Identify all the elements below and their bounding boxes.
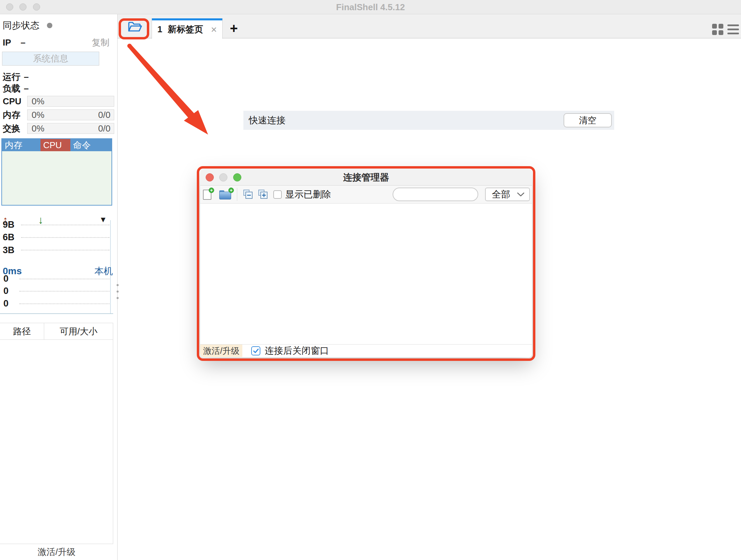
memory-usage-meter: 0% 0/0 bbox=[27, 109, 114, 120]
search-field bbox=[393, 188, 478, 201]
uptime-value: – bbox=[24, 72, 29, 82]
quick-connect-title: 快速连接 bbox=[249, 111, 286, 130]
connection-list-area bbox=[200, 204, 532, 344]
graph-gridline bbox=[21, 225, 109, 225]
tab-close-icon[interactable]: × bbox=[211, 24, 217, 35]
new-tab-button[interactable]: + bbox=[225, 18, 243, 38]
net-graph-tick: 3B bbox=[3, 245, 15, 256]
network-graph-toolbar: ↑ ↓ ▼ bbox=[0, 214, 113, 225]
cpu-row: CPU 0% bbox=[3, 96, 115, 107]
disk-table-header: 路径 可用/大小 bbox=[0, 323, 113, 340]
filter-dropdown[interactable]: 全部 bbox=[485, 188, 530, 201]
swap-usage-meter: 0% 0/0 bbox=[27, 123, 114, 134]
show-deleted-label: 显示已删除 bbox=[285, 188, 331, 200]
process-col-cpu[interactable]: CPU bbox=[40, 139, 70, 151]
swap-percent: 0% bbox=[32, 123, 45, 134]
expand-all-button[interactable] bbox=[258, 190, 268, 199]
collapse-icon bbox=[243, 190, 253, 199]
dialog-zoom-button[interactable] bbox=[233, 173, 241, 181]
show-deleted-checkbox[interactable] bbox=[273, 190, 282, 199]
dialog-titlebar: 连接管理器 bbox=[200, 169, 532, 186]
memory-percent: 0% bbox=[32, 110, 45, 120]
ip-label: IP bbox=[3, 37, 11, 48]
dialog-title: 连接管理器 bbox=[200, 169, 532, 186]
new-folder-button[interactable]: + bbox=[219, 188, 233, 200]
cpu-label: CPU bbox=[3, 96, 24, 107]
layout-grid-icon[interactable] bbox=[712, 24, 723, 35]
ping-host-selector[interactable]: 本机 bbox=[94, 265, 113, 277]
close-after-connect-checkbox[interactable] bbox=[251, 346, 260, 355]
window-title: FinalShell 4.5.12 bbox=[0, 0, 741, 14]
ip-value: – bbox=[21, 37, 25, 48]
expand-icon bbox=[258, 190, 268, 199]
load-label: 负载 bbox=[3, 83, 24, 94]
new-connection-button[interactable]: + bbox=[203, 188, 213, 200]
close-after-connect-label: 连接后关闭窗口 bbox=[265, 345, 329, 357]
dialog-activate-upgrade-button[interactable]: 激活/升级 bbox=[200, 345, 242, 357]
process-table-header: 内存 CPU 命令 bbox=[2, 139, 111, 151]
graph-gridline bbox=[19, 279, 109, 279]
memory-label: 内存 bbox=[3, 109, 24, 121]
clear-button[interactable]: 清空 bbox=[564, 113, 612, 127]
ping-graph-tick: 0 bbox=[3, 298, 8, 309]
checkmark-icon bbox=[253, 348, 259, 354]
disk-col-available[interactable]: 可用/大小 bbox=[44, 323, 113, 339]
activate-upgrade-button[interactable]: 激活/升级 bbox=[0, 544, 113, 560]
graph-gridline bbox=[21, 237, 109, 238]
app-window: FinalShell 4.5.12 同步状态 IP – 复制 系统信息 运行 –… bbox=[0, 0, 741, 560]
graph-gridline bbox=[19, 291, 109, 292]
copy-ip-button[interactable]: 复制 bbox=[92, 37, 109, 49]
swap-ratio: 0/0 bbox=[98, 123, 110, 134]
swap-label: 交换 bbox=[3, 123, 24, 135]
process-table: 内存 CPU 命令 bbox=[1, 138, 112, 206]
plus-badge-icon: + bbox=[209, 188, 214, 193]
plus-badge-icon: + bbox=[228, 188, 234, 193]
dialog-minimize-button[interactable] bbox=[219, 173, 227, 181]
disk-table-border bbox=[113, 340, 113, 544]
sidebar: 同步状态 IP – 复制 系统信息 运行 – 负载 – CPU 0% 内存 0% bbox=[0, 14, 117, 560]
process-col-command[interactable]: 命令 bbox=[70, 139, 111, 151]
tab-label: 新标签页 bbox=[168, 23, 203, 35]
quick-connect-bar: 快速连接 清空 bbox=[243, 111, 614, 130]
open-folder-icon bbox=[127, 21, 143, 34]
memory-ratio: 0/0 bbox=[98, 110, 110, 120]
load-row: 负载 – bbox=[3, 83, 115, 94]
uptime-label: 运行 bbox=[3, 71, 24, 83]
dialog-close-button[interactable] bbox=[206, 173, 214, 181]
sidebar-resize-handle[interactable] bbox=[115, 284, 120, 299]
system-info-button[interactable]: 系统信息 bbox=[2, 52, 99, 66]
process-col-memory[interactable]: 内存 bbox=[2, 139, 40, 151]
toolbar-separator bbox=[237, 188, 237, 201]
menu-icon[interactable] bbox=[727, 24, 739, 34]
net-graph-tick: 9B bbox=[3, 220, 15, 230]
dialog-footer: 激活/升级 连接后关闭窗口 bbox=[200, 344, 532, 357]
tab-index: 1 bbox=[157, 24, 162, 35]
tab-bar: 1 新标签页 × + bbox=[118, 14, 741, 38]
cpu-usage-meter: 0% bbox=[27, 96, 114, 107]
ping-graph-tick: 0 bbox=[3, 274, 8, 284]
sync-status-dot bbox=[47, 23, 52, 28]
cpu-percent: 0% bbox=[32, 96, 45, 107]
net-graph-tick: 6B bbox=[3, 232, 15, 243]
dialog-toolbar: + + bbox=[200, 186, 532, 204]
filter-selected-value: 全部 bbox=[492, 188, 510, 200]
graph-border bbox=[0, 313, 113, 314]
ping-graph-header: 0ms 本机 bbox=[3, 265, 113, 277]
swap-row: 交换 0% 0/0 bbox=[3, 123, 115, 134]
memory-row: 内存 0% 0/0 bbox=[3, 109, 115, 120]
graph-gridline bbox=[21, 250, 109, 250]
chevron-down-icon bbox=[517, 192, 524, 197]
tab-new-tab-page[interactable]: 1 新标签页 × bbox=[152, 18, 223, 39]
load-value: – bbox=[24, 83, 29, 94]
chart-expand-button[interactable]: ▼ bbox=[99, 215, 107, 224]
ping-graph-tick: 0 bbox=[3, 286, 8, 296]
disk-col-path[interactable]: 路径 bbox=[0, 323, 44, 339]
graph-gridline bbox=[19, 303, 109, 304]
uptime-row: 运行 – bbox=[3, 71, 115, 82]
connection-manager-dialog: 连接管理器 + + bbox=[200, 169, 532, 357]
connection-manager-button[interactable] bbox=[121, 18, 149, 37]
sync-status-label: 同步状态 bbox=[3, 19, 39, 32]
collapse-all-button[interactable] bbox=[243, 190, 253, 199]
window-titlebar: FinalShell 4.5.12 bbox=[0, 0, 741, 14]
ip-row: IP – 复制 bbox=[3, 37, 115, 48]
